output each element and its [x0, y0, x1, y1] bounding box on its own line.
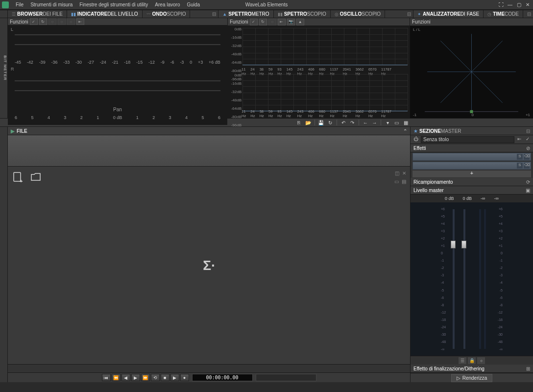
level-toggle-icon[interactable]: ▣: [526, 188, 530, 193]
menu-help[interactable]: Guida: [184, 1, 203, 8]
fader-link-button[interactable]: ⟐: [477, 357, 485, 364]
open-folder-icon[interactable]: [30, 172, 41, 182]
apply-preset-icon[interactable]: ✓: [524, 136, 531, 143]
layout-b-icon[interactable]: ▤: [402, 179, 406, 184]
channel-L: L: [11, 27, 13, 32]
undo-icon[interactable]: ↶: [339, 119, 347, 126]
secondary-display[interactable]: [256, 374, 316, 381]
window-minimize-icon[interactable]: —: [507, 1, 513, 8]
menu-file[interactable]: File: [13, 1, 26, 8]
step-back-button[interactable]: ◀: [121, 374, 130, 381]
effects-bypass-icon[interactable]: ⊘: [526, 146, 530, 151]
nav-back-icon[interactable]: ←: [362, 119, 369, 126]
snapshot-button[interactable]: 📷: [287, 19, 295, 25]
loop-button[interactable]: ⟲: [151, 374, 160, 381]
bit-meter-sidebar[interactable]: BIT METER: [0, 18, 8, 118]
fx-del-icon[interactable]: ⌫: [524, 163, 530, 169]
timecode-display[interactable]: 00:00:00.00: [192, 374, 253, 381]
master-pin-icon[interactable]: ⊟: [526, 128, 530, 134]
fader-track-L[interactable]: [453, 209, 455, 349]
reset-button[interactable]: ↻: [39, 18, 47, 25]
nav-fwd-icon[interactable]: →: [371, 119, 379, 126]
funzioni-label[interactable]: Funzioni: [10, 19, 28, 24]
play-button[interactable]: ▶: [170, 374, 179, 381]
resample-icon[interactable]: ⟳: [526, 179, 530, 185]
split-icon[interactable]: ◫: [395, 171, 399, 176]
tab-spectroscope[interactable]: ▮▮SPETTROSCOPIO: [274, 10, 331, 18]
view-icon[interactable]: ▭: [393, 119, 401, 126]
fx-solo-icon[interactable]: S: [517, 154, 523, 160]
render-button[interactable]: ▷Renderizza: [451, 374, 493, 382]
tab-spectrometer[interactable]: ▲SPETTROMETRO: [218, 10, 273, 18]
open-icon[interactable]: 📂: [304, 119, 312, 126]
fader-menu-button[interactable]: ☰: [459, 357, 466, 364]
close-icon[interactable]: ✕: [402, 171, 406, 176]
spectro-reset-button[interactable]: ↻: [259, 19, 267, 25]
fx-slot-1[interactable]: S⌫: [412, 153, 531, 161]
prev-button[interactable]: ⏪: [112, 374, 121, 381]
tab-level-meter[interactable]: ▮▮INDICATOREDEL LIVELLO: [67, 10, 143, 18]
tab-timecode[interactable]: ◷TIMECODE: [484, 10, 523, 18]
chart-button[interactable]: ▲: [296, 19, 304, 25]
pin-icon-3[interactable]: ⊟: [525, 10, 533, 18]
new-file-icon[interactable]: [13, 172, 24, 182]
transport-bar: ⏮ ⏪ ◀ ▶ ⏩ ⟲ ■ ▶ ● 00:00:00.00: [8, 372, 410, 382]
menu-measure[interactable]: Strumenti di misura: [27, 1, 75, 8]
pin-icon[interactable]: ⊟: [210, 10, 218, 18]
refresh-icon[interactable]: ↻: [326, 119, 334, 126]
funzioni-label-3[interactable]: Funzioni: [412, 19, 431, 24]
layout-a-icon[interactable]: ▭: [394, 179, 399, 184]
spectro-check-button[interactable]: ✓: [250, 19, 258, 25]
rewind-fast-button[interactable]: ⏮: [102, 374, 111, 381]
step-fwd-button[interactable]: ▶: [131, 374, 140, 381]
save-icon[interactable]: 💾: [317, 119, 325, 126]
dim-btn-2[interactable]: ○: [58, 18, 66, 25]
spectro-dim[interactable]: ○: [268, 19, 276, 25]
window-restore-icon[interactable]: ⛶: [498, 1, 505, 8]
record-button[interactable]: ●: [180, 374, 189, 381]
fx-slot-2[interactable]: S⌫: [412, 162, 531, 170]
funzioni-label-2[interactable]: Funzioni: [230, 19, 248, 24]
scroll-horizontal[interactable]: [8, 364, 410, 372]
tab-phase-analyzer[interactable]: ✦ANALIZZATOREDI FASE: [413, 10, 484, 18]
phase-icon: ✦: [417, 12, 421, 17]
check-button[interactable]: ✓: [30, 18, 38, 25]
dim-btn-3[interactable]: ○: [67, 18, 75, 25]
tab-oscilloscope2[interactable]: ◎OSCILLOSCOPIO: [331, 10, 385, 18]
goto-button[interactable]: ⇤: [76, 18, 84, 25]
fader-track-R[interactable]: [463, 209, 465, 349]
redo-icon[interactable]: ↷: [348, 119, 356, 126]
spectro-goto-button[interactable]: ⇤: [278, 19, 286, 25]
prev-preset-icon[interactable]: ⇤: [516, 136, 523, 143]
preset-input[interactable]: [421, 136, 514, 143]
render-icon: ▷: [457, 375, 460, 381]
dither-icon[interactable]: ⊞: [526, 366, 530, 371]
collapse-icon[interactable]: ⌃: [403, 128, 407, 134]
tab-file-browser[interactable]: ☰BROWSERDEI FILE: [8, 10, 67, 18]
fader-lock-button[interactable]: 🔒: [468, 357, 476, 364]
fx-del-icon[interactable]: ⌫: [524, 154, 530, 160]
file-tab[interactable]: ▶ FILE ⌃: [8, 127, 410, 135]
window-close-icon[interactable]: ✕: [524, 1, 531, 8]
power-icon[interactable]: ⏻: [412, 136, 419, 143]
add-fx-button[interactable]: +: [412, 171, 531, 177]
fader-handle-R[interactable]: [461, 241, 466, 248]
window-maximize-icon[interactable]: ▢: [515, 1, 522, 8]
meter-L: [479, 209, 481, 349]
level-meter-display: L -45-42-39-36-33-30-27-24-21-18-15-12-9…: [8, 25, 227, 125]
next-button[interactable]: ⏩: [141, 374, 150, 381]
fx-solo-icon[interactable]: S: [517, 163, 523, 169]
pin-icon-2[interactable]: ⊟: [405, 10, 413, 18]
file-workspace[interactable]: ◫✕ ▭▤ Σ·: [8, 167, 410, 364]
new-doc-icon[interactable]: ⎘: [295, 119, 303, 126]
menu-workspace[interactable]: Area lavoro: [152, 1, 183, 8]
menu-utility[interactable]: Finestre degli strumenti di utility: [76, 1, 151, 8]
tab-oscilloscope[interactable]: 〰ONDOSCOPIO: [143, 10, 191, 18]
zoom-icon[interactable]: ▾: [384, 119, 391, 126]
dim-btn-1[interactable]: ○: [48, 18, 56, 25]
fader-handle-L[interactable]: [451, 241, 456, 248]
phase-max: +1: [526, 113, 530, 117]
layout-icon[interactable]: ▦: [402, 119, 410, 126]
stop-button[interactable]: ■: [161, 374, 170, 381]
scope-icon: ◎: [335, 12, 339, 17]
